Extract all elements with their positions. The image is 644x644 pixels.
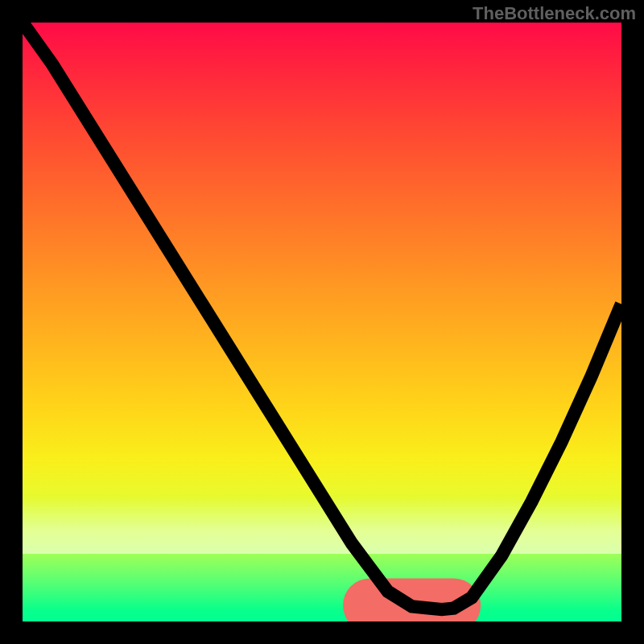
bottleneck-curve	[23, 23, 621, 609]
plot-svg	[23, 23, 621, 621]
watermark-text: TheBottleneck.com	[473, 3, 636, 24]
plot-area	[23, 23, 621, 621]
figure-root: TheBottleneck.com	[0, 0, 644, 644]
